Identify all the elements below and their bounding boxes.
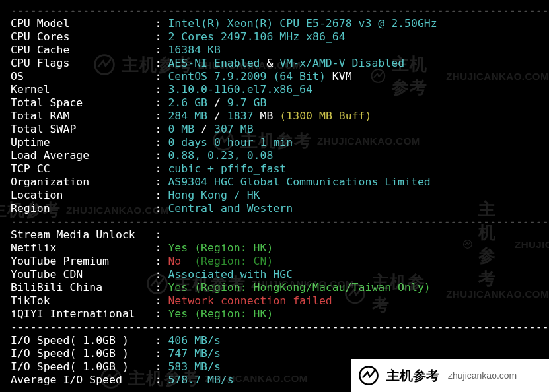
row-value: cubic + pfifo_fast xyxy=(168,162,286,175)
row-label: I/O Speed( 1.0GB ) xyxy=(11,334,149,346)
row-value: MB xyxy=(254,110,280,122)
row-value: 0 MB xyxy=(168,123,194,135)
stream-row: YouTube Premium : No (Region: CN) xyxy=(11,255,549,268)
row-value: AES-NI Enabled xyxy=(168,57,260,69)
row-label: Stream Media Unlock xyxy=(11,228,149,241)
row-separator: : xyxy=(149,70,168,82)
row-label: iQIYI International xyxy=(11,308,149,320)
terminal-output: ----------------------------------------… xyxy=(0,0,549,392)
stream-row: Stream Media Unlock : xyxy=(11,228,549,242)
row-label: Location xyxy=(11,189,149,201)
row-separator: : xyxy=(149,308,168,320)
row-separator: : xyxy=(149,255,168,267)
row-label: TikTok xyxy=(11,294,149,307)
row-separator: : xyxy=(149,294,168,307)
row-value: 2.6 GB xyxy=(168,96,207,109)
row-value: Yes (Region: HongKong/Macau/Taiwan Only) xyxy=(168,281,430,294)
row-label: TCP CC xyxy=(11,162,149,175)
row-value: Hong Kong / HK xyxy=(168,189,260,201)
watermark-badge-icon xyxy=(357,364,380,387)
row-separator: : xyxy=(149,162,168,175)
io-row: I/O Speed( 1.0GB ) : 406 MB/s xyxy=(11,334,549,347)
row-label: BiliBili China xyxy=(11,281,149,294)
row-value: 578.7 MB/s xyxy=(168,374,233,386)
row-separator: : xyxy=(149,176,168,188)
row-separator: : xyxy=(149,17,168,30)
row-label: YouTube CDN xyxy=(11,268,149,280)
row-value: 307 MB xyxy=(214,123,254,135)
divider: ----------------------------------------… xyxy=(11,4,549,17)
row-value: 16384 KB xyxy=(168,44,220,56)
row-label: I/O Speed( 1.0GB ) xyxy=(11,360,149,373)
sys-row: Total Space : 2.6 GB / 9.7 GB xyxy=(11,96,549,110)
row-separator: : xyxy=(149,57,168,69)
row-value: 0.88, 0.23, 0.08 xyxy=(168,149,273,162)
sys-row: CPU Flags : AES-NI Enabled & VM-x/AMD-V … xyxy=(11,57,549,70)
row-separator: : xyxy=(149,347,168,360)
row-separator: : xyxy=(149,123,168,135)
row-value: 406 MB/s xyxy=(168,334,220,346)
row-separator: : xyxy=(149,242,168,254)
row-label: CPU Cache xyxy=(11,44,149,56)
sys-row: Total RAM : 284 MB / 1837 MB (1300 MB Bu… xyxy=(11,110,549,123)
row-separator: : xyxy=(149,44,168,56)
row-separator: : xyxy=(149,189,168,201)
row-value: (1300 MB Buff) xyxy=(279,110,371,122)
row-separator: : xyxy=(149,110,168,122)
row-label: YouTube Premium xyxy=(11,255,149,267)
row-value: 3.10.0-1160.el7.x86_64 xyxy=(168,83,312,96)
stream-row: YouTube CDN : Associated with HGC xyxy=(11,268,549,281)
watermark-badge-domain: zhujicankao.com xyxy=(448,370,517,381)
row-value: 747 MB/s xyxy=(168,347,220,360)
row-value xyxy=(299,30,306,43)
row-separator: : xyxy=(149,281,168,294)
stream-row: TikTok : Network connection failed xyxy=(11,294,549,308)
row-value: Associated with HGC xyxy=(168,268,293,280)
row-separator: : xyxy=(149,83,168,96)
sys-row: CPU Cores : 2 Cores 2497.106 MHz x86_64 xyxy=(11,30,549,44)
row-value: x86_64 xyxy=(306,30,346,43)
stream-row: iQIYI International : Yes (Region: HK) xyxy=(11,308,549,321)
row-separator: : xyxy=(149,360,168,373)
sys-row: Kernel : 3.10.0-1160.el7.x86_64 xyxy=(11,83,549,96)
row-label: CPU Model xyxy=(11,17,149,30)
row-separator: : xyxy=(149,268,168,280)
row-separator: : xyxy=(149,136,168,148)
row-label: Region xyxy=(11,202,149,214)
watermark-badge: 主机参考 zhujicankao.com xyxy=(351,359,549,392)
row-value: Network connection failed xyxy=(168,294,332,307)
sys-row: Total SWAP : 0 MB / 307 MB xyxy=(11,123,549,136)
sys-row: Load Average : 0.88, 0.23, 0.08 xyxy=(11,149,549,162)
stream-row: BiliBili China : Yes (Region: HongKong/M… xyxy=(11,281,549,294)
row-value: / xyxy=(207,96,227,109)
row-value: Yes (Region: HK) xyxy=(168,308,273,320)
row-separator: : xyxy=(149,228,168,241)
sys-row: Uptime : 0 days 0 hour 1 min xyxy=(11,136,549,149)
divider: ----------------------------------------… xyxy=(11,215,549,228)
row-label: Total Space xyxy=(11,96,149,109)
sys-row: Region : Central and Western xyxy=(11,202,549,215)
row-value: / xyxy=(194,123,214,135)
row-value xyxy=(214,30,221,43)
row-value: & xyxy=(260,57,280,69)
row-separator: : xyxy=(149,30,168,43)
row-label: Uptime xyxy=(11,136,149,148)
row-separator: : xyxy=(149,202,168,214)
row-value: AS9304 HGC Global Communications Limited xyxy=(168,176,430,188)
row-value: 284 MB xyxy=(168,110,207,122)
row-label: Load Average xyxy=(11,149,149,162)
row-value: VM-x/AMD-V Disabled xyxy=(279,57,404,69)
row-separator: : xyxy=(149,374,168,386)
watermark-badge-cn: 主机参考 xyxy=(386,367,439,385)
row-label: Netflix xyxy=(11,242,149,254)
row-label: Organization xyxy=(11,176,149,188)
io-row: I/O Speed( 1.0GB ) : 747 MB/s xyxy=(11,347,549,360)
row-label: I/O Speed( 1.0GB ) xyxy=(11,347,149,360)
row-value: 1837 xyxy=(227,110,254,122)
row-value: 583 MB/s xyxy=(168,360,220,373)
row-label: Kernel xyxy=(11,83,149,96)
row-label: CPU Cores xyxy=(11,30,149,43)
row-label: CPU Flags xyxy=(11,57,149,69)
divider: ----------------------------------------… xyxy=(11,321,549,334)
row-label: Total SWAP xyxy=(11,123,149,135)
